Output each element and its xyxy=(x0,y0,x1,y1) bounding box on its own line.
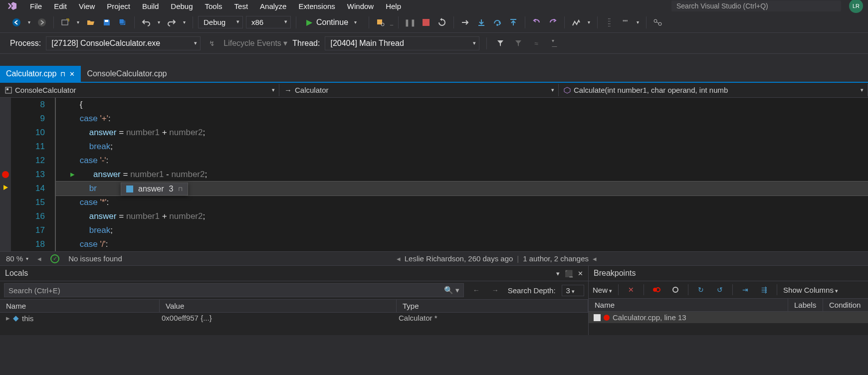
stop-icon[interactable] xyxy=(420,16,433,29)
tab-calculator-cpp[interactable]: Calculator.cpp ⊓ ✕ xyxy=(0,66,81,82)
checkbox-icon[interactable] xyxy=(594,314,601,321)
open-file-icon[interactable] xyxy=(84,16,97,29)
nav-back-icon[interactable] xyxy=(10,16,23,29)
breakpoints-panel: Breakpoints New ✕ ↻ ↺ ⇥ ⇶ Show Columns N… xyxy=(589,266,868,335)
undo-icon[interactable] xyxy=(140,16,153,29)
locals-row[interactable]: ▸◆this 0x00eff957 {...} Calculator * xyxy=(0,313,588,324)
editor-nav-bar: ConsoleCalculator → Calculator Calculate… xyxy=(0,83,868,98)
step-back-icon[interactable] xyxy=(530,16,543,29)
pin-icon[interactable]: ⊓ xyxy=(60,70,65,78)
menu-window[interactable]: Window xyxy=(341,1,380,11)
step-into-icon[interactable] xyxy=(475,16,488,29)
col-name[interactable]: Name xyxy=(589,299,788,311)
go-to-source-icon[interactable]: ⇥ xyxy=(739,283,752,296)
export-icon[interactable]: ↻ xyxy=(694,283,707,296)
lifecycle-icon[interactable]: ↯ xyxy=(206,37,218,50)
step-forward-icon[interactable] xyxy=(546,16,559,29)
thread-menu-icon[interactable]: ▾― xyxy=(548,37,561,50)
svg-point-1 xyxy=(38,18,46,26)
breakpoints-header-row: Name Labels Condition xyxy=(589,299,868,312)
diag-tools-icon[interactable] xyxy=(570,16,583,29)
configuration-combo[interactable]: Debug xyxy=(198,16,243,28)
process-combo[interactable]: [27128] ConsoleCalculator.exe xyxy=(46,36,201,50)
new-project-icon[interactable] xyxy=(59,16,72,29)
save-all-icon[interactable] xyxy=(116,16,129,29)
quotes-dropdown[interactable]: ▾ xyxy=(635,19,641,25)
member-combo[interactable]: Calculate(int number1, char operand, int… xyxy=(559,84,868,96)
global-search-input[interactable]: Search Visual Studio (Ctrl+Q) xyxy=(671,0,841,11)
disable-all-icon[interactable] xyxy=(650,283,663,296)
step-out-icon[interactable] xyxy=(507,16,520,29)
col-condition[interactable]: Condition xyxy=(823,299,868,311)
breakpoint-gutter[interactable] xyxy=(0,98,11,251)
go-to-disasm-icon[interactable]: ⇶ xyxy=(758,283,771,296)
lifecycle-label[interactable]: Lifecycle Events ▾ xyxy=(223,38,287,48)
show-columns-button[interactable]: Show Columns xyxy=(783,286,838,294)
menu-build[interactable]: Build xyxy=(136,1,165,11)
class-combo[interactable]: → Calculator xyxy=(279,84,559,96)
pause-icon[interactable]: ❚❚ xyxy=(404,16,417,29)
col-type[interactable]: Type xyxy=(397,300,588,312)
breakpoint-row[interactable]: Calculator.cpp, line 13 xyxy=(589,312,868,323)
continue-button[interactable]: ▶ Continue ▾ xyxy=(301,16,364,28)
tab-consolecalculator-cpp[interactable]: ConsoleCalculator.cpp xyxy=(81,66,173,82)
menu-extensions[interactable]: Extensions xyxy=(292,1,341,11)
data-tip[interactable]: answer 3 ⊓ xyxy=(121,183,188,195)
new-breakpoint-button[interactable]: New xyxy=(593,286,612,294)
zoom-control[interactable]: 80 %▾ xyxy=(6,254,28,263)
thread-combo[interactable]: [20404] Main Thread xyxy=(325,36,479,50)
project-combo[interactable]: ConsoleCalculator xyxy=(0,84,279,96)
redo-dropdown[interactable]: ▾ xyxy=(181,19,188,25)
scroll-left-icon[interactable]: ◂ xyxy=(37,254,41,263)
menu-test[interactable]: Test xyxy=(228,1,254,11)
menu-edit[interactable]: Edit xyxy=(48,1,73,11)
diag-dropdown[interactable]: ▾ xyxy=(586,19,592,25)
window-pos-icon[interactable]: ▾ xyxy=(556,270,560,277)
live-share-icon[interactable] xyxy=(651,16,664,29)
nav-fwd-icon[interactable]: → xyxy=(489,284,502,297)
undo-dropdown[interactable]: ▾ xyxy=(156,19,162,25)
locals-search-input[interactable]: Search (Ctrl+E) 🔍 ▾ xyxy=(4,283,464,297)
hex-icon[interactable]: :::: xyxy=(603,16,616,29)
threads-icon[interactable]: ≈ xyxy=(530,37,543,50)
browse-icon[interactable] xyxy=(374,16,387,29)
menu-debug[interactable]: Debug xyxy=(165,1,199,11)
nav-back-icon[interactable]: ← xyxy=(470,284,483,297)
pin-icon[interactable]: ⊓ xyxy=(178,186,183,192)
nav-back-dropdown[interactable]: ▾ xyxy=(26,19,32,25)
redo-icon[interactable] xyxy=(165,16,178,29)
nav-fwd-icon[interactable] xyxy=(35,16,48,29)
menu-file[interactable]: File xyxy=(24,1,48,11)
continue-dropdown[interactable]: ▾ xyxy=(352,19,359,25)
menu-tools[interactable]: Tools xyxy=(199,1,228,11)
menu-project[interactable]: Project xyxy=(101,1,136,11)
search-icon[interactable]: 🔍 ▾ xyxy=(444,286,459,295)
col-labels[interactable]: Labels xyxy=(788,299,823,311)
codelens-info[interactable]: ◂ Leslie Richardson, 260 days ago | 1 au… xyxy=(397,254,597,263)
thread-label: Thread: xyxy=(292,39,320,48)
col-name[interactable]: Name xyxy=(0,300,160,312)
quotes-icon[interactable]: "" xyxy=(619,16,632,29)
step-over-icon[interactable] xyxy=(491,16,504,29)
close-icon[interactable]: ✕ xyxy=(69,70,75,78)
filter-icon[interactable] xyxy=(494,37,507,50)
menu-view[interactable]: View xyxy=(73,1,101,11)
close-icon[interactable]: ✕ xyxy=(578,270,583,277)
menu-help[interactable]: Help xyxy=(380,1,407,11)
flag-threads-icon[interactable] xyxy=(512,37,525,50)
search-depth-combo[interactable]: 3 xyxy=(562,285,584,296)
code-editor[interactable]: 89101112131415161718 answer 3 ⊓ { case '… xyxy=(0,98,868,251)
import-icon[interactable]: ↺ xyxy=(713,283,726,296)
enable-all-icon[interactable] xyxy=(669,283,682,296)
show-next-statement-icon[interactable] xyxy=(459,16,472,29)
delete-breakpoint-icon[interactable]: ✕ xyxy=(625,283,638,296)
code-area[interactable]: answer 3 ⊓ { case '+': answer = number1 … xyxy=(56,98,868,251)
user-avatar[interactable]: LR xyxy=(849,0,863,13)
save-icon[interactable] xyxy=(100,16,113,29)
pin-icon[interactable]: ⬛̲ xyxy=(565,270,573,277)
menu-analyze[interactable]: Analyze xyxy=(254,1,292,11)
platform-combo[interactable]: x86 xyxy=(246,16,291,28)
col-value[interactable]: Value xyxy=(160,300,397,312)
new-project-dropdown[interactable]: ▾ xyxy=(75,19,81,25)
restart-icon[interactable] xyxy=(435,16,448,29)
